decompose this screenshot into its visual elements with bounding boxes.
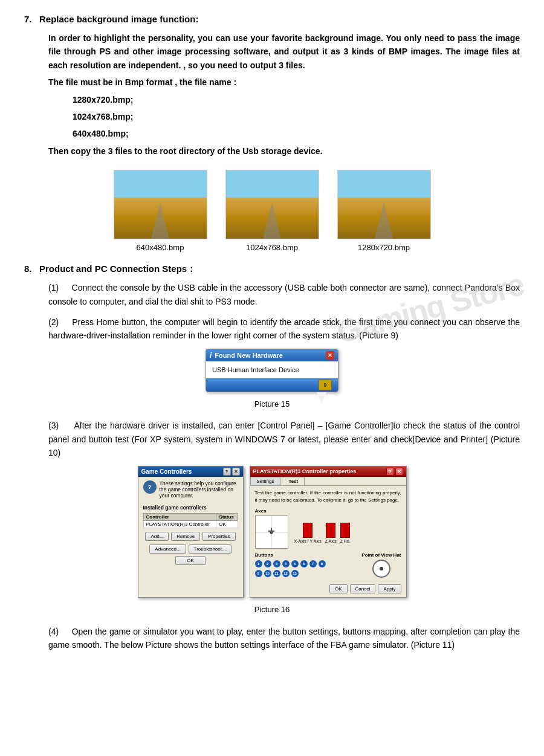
gc-info-icon: ? [143,480,157,494]
ps3-red-bar-1 [303,523,312,538]
ps3-pov-circle [372,560,390,578]
gc-help-text: These settings help you configure the ga… [160,480,238,499]
road-image-1024 [225,170,319,239]
image-label-1280: 1280x720.bmp [358,243,410,252]
section-7: 7. Replace background image function: In… [24,12,520,252]
gc-dialog-close-btn[interactable]: ✕ [232,468,240,476]
gc-installed-label: Installed game controllers [143,505,238,511]
step-4-prefix: (4) [48,627,59,636]
popup-taskbar-icon: 9 [319,380,332,390]
ps3-tabs: Settings Test [250,477,406,486]
ps3-controller-dialog: PLAYSTATION(R)3 Controller properties ? … [250,466,407,598]
image-1024x768: 1024x768.bmp [225,170,319,252]
ps3-bar-3: Z Ro. [340,522,351,543]
step-1-text: (1) Connect the console by the USB cable… [48,281,520,308]
ps3-axis-box: + [255,515,288,549]
gc-dialog-title: Game Controllers [141,468,192,475]
step-3-content: After the hardware driver is installed, … [48,421,520,457]
gc-properties-button[interactable]: Properties [202,532,235,541]
btn-4: 4 [282,560,290,567]
ps3-dialog-close-btn[interactable]: ✕ [395,468,403,476]
section-7-file2: 1024x768.bmp; [73,110,520,123]
section-7-file3: 640x480.bmp; [73,127,520,140]
picture-16-caption: Picture 16 [24,604,520,616]
btn-9: 9 [255,570,262,577]
gc-ok-button[interactable]: OK [175,556,206,565]
ps3-dialog-win-buttons: ? ✕ [386,468,403,476]
gc-row-controller: PLAYSTATION(R)3 Controller [143,520,216,528]
gc-table-row: PLAYSTATION(R)3 Controller OK [143,520,238,528]
btn-5: 5 [291,560,299,567]
gc-controllers-table: Controller Status PLAYSTATION(R)3 Contro… [143,513,238,528]
ps3-buttons-label: Buttons [255,552,326,558]
gc-col-controller: Controller [143,513,216,520]
step-4-content: Open the game or simulator you want to p… [48,627,520,650]
gc-add-button[interactable]: Add... [145,532,169,541]
ps3-tab-settings[interactable]: Settings [250,477,281,485]
ps3-buttons-section: Buttons 1 2 3 4 5 6 7 8 [255,552,326,580]
section-7-para1: In order to highlight the personality, y… [48,31,520,72]
step-1: (1) Connect the console by the USB cable… [24,281,520,308]
ps3-bars-row: X-Axis / Y Axis Z Axis Z Ro. [294,522,351,543]
btn-1: 1 [255,560,262,567]
section-8-heading: 8. Product and PC Connection Steps： [24,262,520,276]
popup-body: USB Human Interface Device [206,361,338,378]
gc-ok-button-row: OK [143,556,238,565]
step-3-text: (3) After the hardware driver is install… [48,419,520,459]
section-8: 8. Product and PC Connection Steps： (1) … [24,262,520,652]
ps3-dialog-title: PLAYSTATION(R)3 Controller properties [253,468,357,474]
gc-troubleshoot-button[interactable]: Troubleshoot... [189,544,232,554]
step-2-content: Press Home button, the computer will beg… [48,317,520,340]
section-7-para2: The file must be in Bmp format , the fil… [48,76,520,89]
ps3-ok-button[interactable]: OK [329,584,348,593]
btn-11: 11 [273,570,280,577]
ps3-bar-2: Z Axis [325,522,337,543]
ps3-circles-row-2: 9 10 11 12 13 [255,570,326,577]
popup-subtitle: USB Human Interface Device [212,366,299,373]
gc-advanced-button[interactable]: Advanced... [149,544,186,554]
image-label-1024: 1024x768.bmp [246,243,298,252]
btn-13: 13 [291,570,299,577]
axis-plus: + [256,516,288,548]
step-4-text: (4) Open the game or simulator you want … [48,625,520,652]
ps3-dialog-action-buttons: OK Cancel Apply [255,584,401,593]
btn-8: 8 [319,560,326,567]
btn-6: 6 [300,560,308,567]
step-2-prefix: (2) [48,317,59,327]
section-7-file1: 1280x720.bmp; [73,93,520,106]
ps3-apply-button[interactable]: Apply [378,584,401,593]
step-4: (4) Open the game or simulator you want … [24,625,520,652]
ps3-red-bar-3 [340,523,350,538]
gc-remove-button[interactable]: Remove [171,532,200,541]
gc-dialog-help-btn[interactable]: ? [223,468,231,476]
step-1-content: Connect the console by the USB cable in … [48,283,520,306]
ps3-bar-label-1: X-Axis / Y Axis [294,539,322,543]
ps3-pov-section: Point of View Hat [361,552,401,578]
ps3-cancel-button[interactable]: Cancel [350,584,376,593]
step-2-text: (2) Press Home button, the computer will… [48,315,520,343]
ps3-bar-1: X-Axis / Y Axis [294,522,322,543]
ps3-axes-section: + X-Axis / Y Axis Z Axis [255,515,401,549]
ps3-pov-label: Point of View Hat [361,552,401,558]
section-7-heading: 7. Replace background image function: [24,12,520,27]
gc-dialog-win-buttons: ? ✕ [223,468,240,476]
popup-close-button[interactable]: ✕ [326,351,334,360]
road-image-640 [114,170,207,239]
ps3-desc: Test the game controller. If the control… [255,489,401,505]
image-640x480: 640x480.bmp [114,170,207,252]
ps3-red-bar-2 [326,523,335,538]
step-3: (3) After the hardware driver is install… [24,419,520,616]
dialogs-row: Game Controllers ? ✕ ? These settings he… [24,466,520,598]
step-2: (2) Press Home button, the computer will… [24,315,520,411]
ps3-circles-row-1: 1 2 3 4 5 6 7 8 [255,560,326,567]
btn-3: 3 [273,560,280,567]
popup-footer-bar: 9 [206,378,338,392]
gc-row-status: OK [216,520,238,528]
ps3-dialog-help-btn[interactable]: ? [386,468,394,476]
popup-title-content: i Found New Hardware [210,351,283,360]
section-7-para3: Then copy the 3 files to the root direct… [48,144,520,158]
gc-dialog-body: ? These settings help you configure the … [138,477,243,569]
ps3-dialog-body: Test the game controller. If the control… [250,486,406,598]
ps3-tab-test[interactable]: Test [282,477,305,485]
ps3-pov-dot [380,567,383,570]
